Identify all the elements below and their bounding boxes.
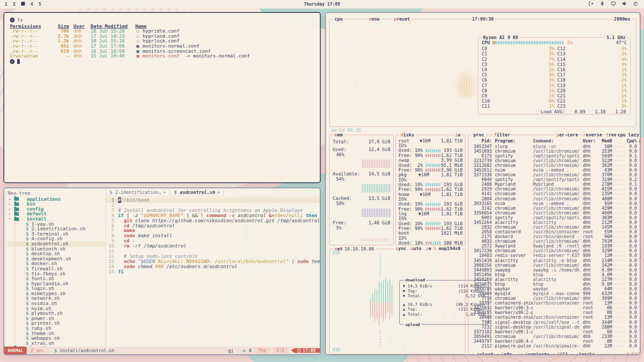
- process-row[interactable]: 2058 containerd /usr/bin/container root …: [471, 229, 641, 234]
- process-row[interactable]: 3425932 kworker/u96:3-co root 0B 0.0: [471, 306, 641, 311]
- process-row[interactable]: 3142 chromium /usr/lib/chromium/ dhh 439…: [471, 206, 641, 211]
- process-row[interactable]: 3450269 alacritty alacritty dhh 227M 0.0: [471, 277, 641, 282]
- process-row[interactable]: 3212682 chromium /usr/lib/chromium/ dhh …: [471, 163, 641, 168]
- tree-item[interactable]: $ ruby.sh: [8, 326, 106, 331]
- info-button[interactable]: info ↵: [500, 352, 519, 355]
- process-row[interactable]: 3371538 chromium /usr/lib/chromium/ dhh …: [471, 172, 641, 177]
- buffer-tab[interactable]: $ asdcontrol.sh × │: [174, 190, 225, 195]
- process-row[interactable]: 3050491 chromium /usr/lib/chromium/ dhh …: [471, 334, 641, 339]
- process-row[interactable]: 6175 spotify /opt/spotify/spoti dhh 504M…: [471, 154, 641, 158]
- process-row[interactable]: 2884 chromium /usr/lib/chromium/ dhh 488…: [471, 196, 641, 201]
- memory-group: Used:12,4 GiB 46%: [333, 147, 390, 169]
- neotree-title: Neo-tree: [8, 191, 106, 196]
- process-row[interactable]: 3034075 btop btop dhh 9.0M 0.0: [471, 282, 641, 287]
- process-row[interactable]: 7716 chromium /usr/lib/chromium/ dhh 309…: [471, 296, 641, 301]
- process-row[interactable]: 3017238 chromium /usr/lib/chromium/ dhh …: [471, 249, 641, 253]
- io-mode-button[interactable]: io: [454, 132, 462, 137]
- tree-item[interactable]: $ plymouth.sh: [8, 311, 106, 316]
- tree-item[interactable]: ▸ applications: [8, 197, 106, 202]
- tree-item[interactable]: $ firewall.sh: [8, 266, 106, 272]
- per-core-button[interactable]: per-core: [555, 132, 580, 137]
- process-row[interactable]: 18483 redis-server redis-server *:637 99…: [471, 253, 641, 258]
- disk-usage-bar: [425, 154, 441, 157]
- process-row[interactable]: 3008356 chromium /usr/lib/chromium/ dhh …: [471, 263, 641, 268]
- process-row[interactable]: 2488 Hyprland Hyprland dhh 278M 0.1: [471, 182, 641, 187]
- process-row[interactable]: 3360155 kworker/u96:2-gf root 0B 0.0: [471, 311, 641, 315]
- tree-item[interactable]: $ fix-fkeys.sh: [8, 272, 106, 277]
- tree-item[interactable]: $ printer.sh: [8, 321, 106, 326]
- process-row[interactable]: 18469 mysqld mysqld --max-conne 999 632M…: [471, 291, 641, 296]
- process-row[interactable]: 6040 spotify /opt/spotify/spoti dhh 319M…: [471, 178, 641, 182]
- process-row[interactable]: 2932 chromium /usr/lib/chromium/ dhh 145…: [471, 225, 641, 229]
- process-row[interactable]: 3373182 kworker/u96:1-co root 0B 0.0: [471, 329, 641, 334]
- process-row[interactable]: 3449803 swaybg swaybg -i /home/dh dhh 8.…: [471, 268, 641, 272]
- tree-item[interactable]: ▾ install: [8, 217, 106, 222]
- process-row[interactable]: 3356654 chromium /usr/lib/chromium/ dhh …: [471, 211, 641, 215]
- process-row[interactable]: 7305 signal-desktop /proc/self/exe --t d…: [471, 320, 641, 325]
- process-row[interactable]: 3232739 chromium /usr/lib/chromium/ dhh …: [471, 158, 641, 163]
- process-row[interactable]: 3451456 btop btop dhh 9.0M 0.0: [471, 272, 641, 277]
- sort-direction-icon[interactable]: ↑: [637, 139, 641, 144]
- tree-item[interactable]: $ xtras.sh: [8, 341, 106, 346]
- disks-box-title: disks: [399, 132, 416, 137]
- ip-address: 10.10.10.86: [344, 246, 374, 251]
- signals-button[interactable]: signals: [574, 352, 596, 355]
- process-row[interactable]: 2175 dockerd /usr/bin/dockerd - root 96M…: [471, 234, 641, 239]
- cpu-usage-bar: [492, 41, 565, 44]
- tree-item[interactable]: $ nvidia.sh: [8, 301, 106, 306]
- process-row[interactable]: 3451439 alacritty alacritty -e btop dhh …: [471, 258, 641, 263]
- process-row[interactable]: 3453347 slurp slurp -or dhh 38M 0.0: [471, 144, 641, 149]
- tree-item[interactable]: ▸ bin: [8, 202, 106, 207]
- process-row[interactable]: 3033165 nvim nvim --embed . dhh 95M 0.0: [471, 201, 641, 206]
- kill-button[interactable]: kill: [556, 352, 569, 355]
- tree-item[interactable]: ▸ default: [8, 211, 106, 217]
- sort-selector[interactable]: cpu lazy: [616, 132, 641, 137]
- process-row[interactable]: 3449797 kworker/u96:4-co root 0B 0.0: [471, 339, 641, 344]
- process-row[interactable]: 18397 containerd-shim /usr/bin/container…: [471, 301, 641, 306]
- cpu-frequency: 5.1 GHz: [605, 35, 627, 40]
- process-row[interactable]: 2572 Xwayland Xwayland :0 -rootl dhh 193…: [471, 244, 641, 249]
- terminate-button[interactable]: terminate: [524, 352, 551, 355]
- tree-item[interactable]: $ fonts.sh: [8, 276, 106, 281]
- process-row[interactable]: 6003 spotify /opt/spotify/spoti dhh 383M…: [471, 215, 641, 220]
- reverse-button[interactable]: reverse: [582, 132, 603, 137]
- process-row[interactable]: 2929 chromium /usr/lib/chromium/ dhh 415…: [471, 187, 641, 192]
- preset-button[interactable]: preset: [392, 16, 411, 21]
- code-token: sudo: [297, 259, 309, 264]
- process-row[interactable]: 3451693 chromium /usr/lib/chromium/ dhh …: [471, 149, 641, 154]
- process-row[interactable]: 3452612 nvim nvim --embed . dhh 43M 0.0: [471, 168, 641, 172]
- core-row: C153%: [557, 62, 627, 67]
- process-row[interactable]: 2112 pipewire-pulse /usr/bin/pipewire- d…: [471, 344, 641, 348]
- tree-item[interactable]: ▸ config: [8, 207, 106, 212]
- process-row[interactable]: 4033 chromium /usr/lib/chromium/ dhh 701…: [471, 239, 641, 244]
- cpu-history-dots: [614, 229, 625, 234]
- close-icon[interactable]: ×: [217, 190, 220, 195]
- process-row[interactable]: 4141 chromium /usr/lib/chromium/ dhh 235…: [471, 192, 641, 196]
- line-number: 13: [106, 259, 118, 264]
- tree-item[interactable]: ▸ migrations: [8, 346, 106, 347]
- code-area[interactable]: 1 #!/bin/bash 2 3 # Install asdcontrol f…: [106, 196, 320, 347]
- code-line: 15 fi: [106, 269, 320, 275]
- upload-graph: [380, 328, 381, 346]
- process-row[interactable]: 7232 signal-desktop /usr/lib/signal-de d…: [471, 325, 641, 329]
- net-toggle-button[interactable]: sync: [395, 246, 406, 251]
- tree-item[interactable]: $ webapps.sh: [8, 336, 106, 341]
- process-row[interactable]: 3452264 alacritty alacritty dhh 212M 0.0: [471, 220, 641, 225]
- process-row[interactable]: 18408 containerd-shim /usr/bin/container…: [471, 315, 641, 320]
- close-icon[interactable]: ×: [163, 190, 166, 195]
- menu-button[interactable]: menu: [368, 16, 381, 21]
- tree-item[interactable]: $ 2-identification.sh: [8, 226, 106, 232]
- process-footer: ↑ select info ↵ terminate kill signals 0…: [470, 352, 641, 355]
- tree-item[interactable]: $ asdcontrol.sh: [8, 241, 106, 247]
- tree-item[interactable]: $ desktop.sh: [8, 251, 106, 256]
- filter-button[interactable]: filter: [492, 132, 511, 137]
- process-row[interactable]: 3449785 waybar waybar dhh 64M 0.0: [471, 287, 641, 291]
- buffer-tab[interactable]: $ 2-identification… × │: [109, 190, 171, 195]
- cpu-history-dots: [614, 201, 625, 206]
- git-branch: dev: [27, 347, 50, 354]
- net-toggle-button[interactable]: auto: [410, 246, 421, 251]
- tree-item[interactable]: $ hyprlandia.sh: [8, 281, 106, 287]
- core-row: C123%: [557, 46, 627, 51]
- select-button[interactable]: ↑ select: [470, 352, 495, 355]
- update-interval[interactable]: 2000ms: [613, 16, 632, 21]
